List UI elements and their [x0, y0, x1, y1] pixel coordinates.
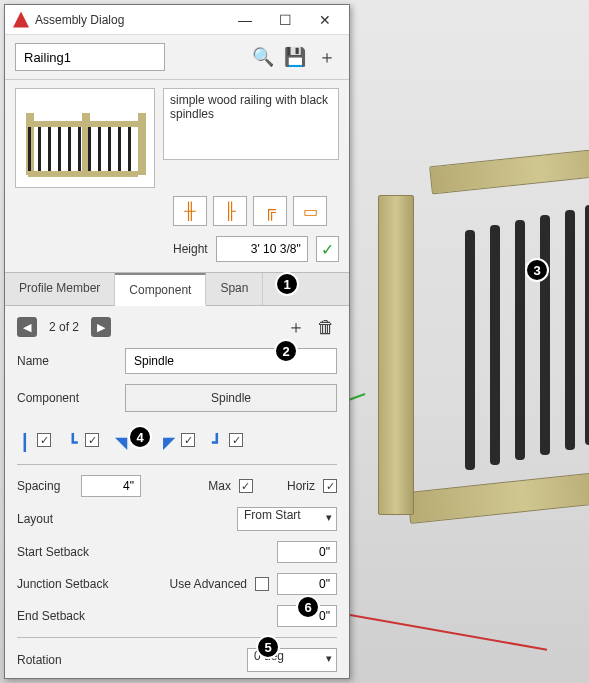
use-advanced-label: Use Advanced	[170, 577, 247, 591]
junction-setback-input[interactable]	[277, 573, 337, 595]
layout-label: Layout	[17, 512, 117, 526]
callout-5: 5	[256, 635, 280, 659]
anchor-1-checkbox[interactable]: ✓	[37, 433, 51, 447]
max-label: Max	[208, 479, 231, 493]
anchor-3-icon: ◥	[113, 428, 129, 452]
name-label: Name	[17, 354, 117, 368]
add-icon[interactable]: ＋	[315, 45, 339, 69]
tab-component[interactable]: Component	[115, 273, 206, 306]
tab-span[interactable]: Span	[206, 273, 263, 305]
search-icon[interactable]: 🔍	[251, 45, 275, 69]
spindle	[465, 230, 475, 470]
style-option-3[interactable]: ╔	[253, 196, 287, 226]
max-checkbox[interactable]: ✓	[239, 479, 253, 493]
anchor-5-icon: ┛	[209, 428, 225, 452]
post	[378, 195, 414, 515]
anchor-4-icon: ◤	[161, 428, 177, 452]
prev-button[interactable]: ◀	[17, 317, 37, 337]
callout-3: 3	[525, 258, 549, 282]
axis-red	[350, 614, 547, 651]
description-field[interactable]: simple wood railing with black spindles	[163, 88, 339, 160]
delete-component-button[interactable]: 🗑	[315, 316, 337, 338]
maximize-button[interactable]: ☐	[265, 6, 305, 34]
layout-select[interactable]: From Start	[237, 507, 337, 531]
horiz-label: Horiz	[287, 479, 315, 493]
end-setback-label: End Setback	[17, 609, 117, 623]
close-button[interactable]: ✕	[305, 6, 345, 34]
minimize-button[interactable]: —	[225, 6, 265, 34]
junction-setback-label: Junction Setback	[17, 577, 117, 591]
spacing-label: Spacing	[17, 479, 73, 493]
spindle	[515, 220, 525, 460]
anchor-2-checkbox[interactable]: ✓	[85, 433, 99, 447]
item-counter: 2 of 2	[49, 320, 79, 334]
rotation-label: Rotation	[17, 653, 117, 667]
anchor-1-icon: ┃	[17, 428, 33, 452]
spindle	[585, 205, 589, 445]
next-button[interactable]: ▶	[91, 317, 111, 337]
window-title: Assembly Dialog	[35, 13, 225, 27]
tab-profile-member[interactable]: Profile Member	[5, 273, 115, 305]
assembly-dialog: Assembly Dialog — ☐ ✕ 🔍 💾 ＋ simple wood …	[4, 4, 350, 679]
position-anchors: ┃✓ ┗✓ ◥✓ ◤✓ ┛✓	[17, 422, 337, 465]
start-setback-input[interactable]	[277, 541, 337, 563]
style-option-1[interactable]: ╫	[173, 196, 207, 226]
style-option-4[interactable]: ▭	[293, 196, 327, 226]
assembly-name-input[interactable]	[15, 43, 165, 71]
rail-top	[429, 144, 589, 195]
save-icon[interactable]: 💾	[283, 45, 307, 69]
spindle	[490, 225, 500, 465]
rail-bottom	[407, 468, 589, 524]
spacing-input[interactable]	[81, 475, 141, 497]
component-label: Component	[17, 391, 117, 405]
callout-2: 2	[274, 339, 298, 363]
name-input[interactable]	[125, 348, 337, 374]
anchor-4-checkbox[interactable]: ✓	[181, 433, 195, 447]
titlebar[interactable]: Assembly Dialog — ☐ ✕	[5, 5, 349, 35]
add-component-button[interactable]: ＋	[285, 316, 307, 338]
spindle	[565, 210, 575, 450]
height-label: Height	[173, 242, 208, 256]
preview-thumbnail	[15, 88, 155, 188]
anchor-2-icon: ┗	[65, 428, 81, 452]
callout-4: 4	[128, 425, 152, 449]
horiz-checkbox[interactable]: ✓	[323, 479, 337, 493]
start-setback-label: Start Setback	[17, 545, 117, 559]
height-input[interactable]	[216, 236, 308, 262]
callout-6: 6	[296, 595, 320, 619]
anchor-5-checkbox[interactable]: ✓	[229, 433, 243, 447]
app-icon	[13, 12, 29, 28]
use-advanced-checkbox[interactable]	[255, 577, 269, 591]
header-toolbar: 🔍 💾 ＋	[5, 35, 349, 80]
component-picker-button[interactable]: Spindle	[125, 384, 337, 412]
spindle	[540, 215, 550, 455]
style-option-2[interactable]: ╟	[213, 196, 247, 226]
callout-1: 1	[275, 272, 299, 296]
accept-button[interactable]: ✓	[316, 236, 339, 262]
